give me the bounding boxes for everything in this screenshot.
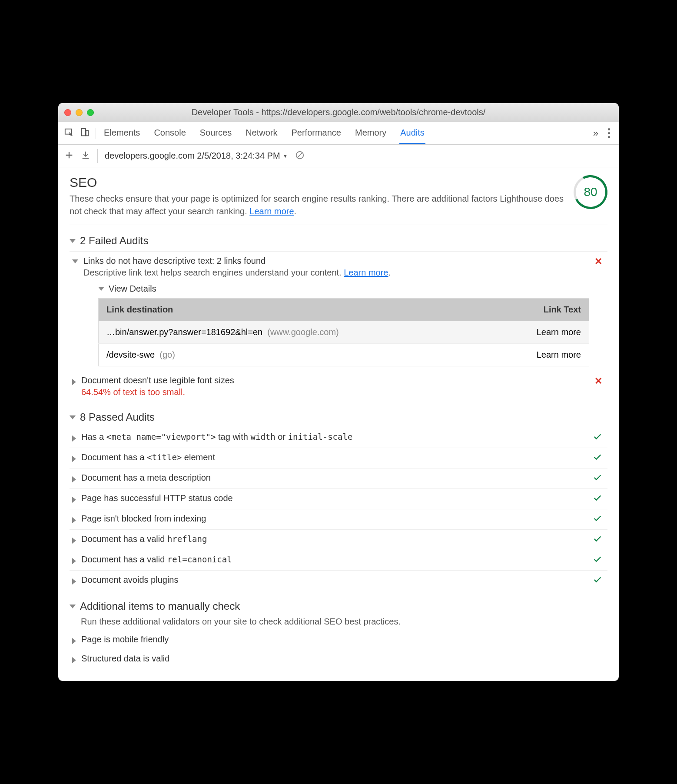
audit-title: Structured data is valid [81, 654, 605, 664]
tab-performance[interactable]: Performance [291, 123, 342, 144]
links-table: Link destination Link Text …bin/answer.p… [98, 298, 589, 366]
download-report-icon[interactable] [81, 150, 90, 162]
audit-title: Links do not have descriptive text: 2 li… [83, 256, 589, 266]
manual-checks-desc: Run these additional validators on your … [81, 617, 607, 627]
tab-elements[interactable]: Elements [103, 123, 141, 144]
pass-check-icon [593, 452, 605, 464]
audit-row[interactable]: Page has successful HTTP status code [70, 488, 607, 509]
pass-check-icon [593, 493, 605, 505]
audit-title: Document has a meta description [81, 473, 587, 483]
audits-toolbar: developers.google.com 2/5/2018, 3:24:34 … [58, 145, 619, 167]
audit-row[interactable]: Page is mobile friendly [70, 630, 607, 649]
failed-audits-heading: 2 Failed Audits [80, 235, 148, 247]
window-title: Developer Tools - https://developers.goo… [58, 107, 619, 117]
chevron-right-icon [72, 379, 76, 385]
devtools-tabbar: Elements Console Sources Network Perform… [58, 122, 619, 145]
seo-learn-more-link[interactable]: Learn more [249, 206, 294, 216]
audit-row[interactable]: Has a <meta name="viewport"> tag with wi… [70, 428, 607, 448]
tabs-overflow-button[interactable]: » [589, 128, 603, 139]
audit-title: Document has a valid rel=canonical [81, 555, 587, 565]
col-link-destination: Link destination [99, 299, 493, 321]
audit-title: Page is mobile friendly [81, 635, 605, 644]
audit-subtext: Descriptive link text helps search engin… [83, 268, 589, 278]
audit-row[interactable]: Document has a valid rel=canonical [70, 550, 607, 570]
window-titlebar: Developer Tools - https://developers.goo… [58, 103, 619, 122]
audit-row[interactable]: Structured data is valid [70, 649, 607, 668]
toolbar-divider [97, 149, 98, 163]
audit-row[interactable]: Links do not have descriptive text: 2 li… [70, 251, 607, 371]
chevron-down-icon: ▼ [283, 153, 288, 159]
manual-checks-toggle[interactable]: Additional items to manually check [70, 600, 607, 612]
svg-rect-1 [82, 128, 86, 136]
seo-score-value: 80 [584, 185, 597, 199]
audit-warning: 64.54% of text is too small. [81, 387, 589, 397]
audit-title: Has a <meta name="viewport"> tag with wi… [81, 432, 587, 442]
audit-row[interactable]: Document doesn't use legible font sizes … [70, 371, 607, 402]
chevron-right-icon [72, 558, 76, 564]
report-label: developers.google.com 2/5/2018, 3:24:34 … [105, 151, 280, 161]
audit-row[interactable]: Document has a <title> element [70, 448, 607, 468]
chevron-down-icon [70, 605, 76, 608]
tab-network[interactable]: Network [245, 123, 278, 144]
audit-title: Page isn't blocked from indexing [81, 514, 587, 524]
table-row: …bin/answer.py?answer=181692&hl=en (www.… [99, 321, 589, 344]
seo-header: SEO These checks ensure that your page i… [70, 175, 607, 225]
new-audit-icon[interactable] [64, 150, 74, 162]
audit-row[interactable]: Document has a valid hreflang [70, 529, 607, 550]
chevron-down-icon [70, 415, 76, 419]
chevron-right-icon [72, 456, 76, 462]
chevron-right-icon [72, 517, 76, 523]
chevron-right-icon [72, 578, 76, 585]
manual-checks-heading: Additional items to manually check [80, 600, 240, 612]
passed-audits-toggle[interactable]: 8 Passed Audits [70, 411, 607, 423]
seo-score-gauge: 80 [574, 175, 607, 209]
devtools-window: Developer Tools - https://developers.goo… [58, 103, 619, 681]
view-details-toggle[interactable]: View Details [98, 284, 589, 294]
pass-check-icon [593, 555, 605, 566]
chevron-right-icon [72, 435, 76, 442]
panel-tabs: Elements Console Sources Network Perform… [103, 123, 586, 144]
chevron-down-icon [70, 239, 76, 243]
chevron-down-icon [98, 287, 104, 291]
audit-title: Document has a valid hreflang [81, 534, 587, 544]
chevron-down-icon [72, 259, 78, 263]
pass-check-icon [593, 575, 605, 586]
tab-console[interactable]: Console [153, 123, 186, 144]
audit-title: Document has a <title> element [81, 452, 587, 462]
chevron-right-icon [72, 497, 76, 503]
passed-audits-heading: 8 Passed Audits [80, 411, 155, 423]
tab-memory[interactable]: Memory [354, 123, 387, 144]
fail-x-icon: ✕ [594, 375, 605, 387]
audit-title: Document doesn't use legible font sizes [81, 375, 589, 385]
category-heading: SEO [70, 175, 565, 190]
audit-title: Page has successful HTTP status code [81, 493, 587, 503]
col-link-text: Link Text [493, 299, 589, 321]
svg-rect-2 [86, 130, 89, 136]
pass-check-icon [593, 473, 605, 484]
fail-x-icon: ✕ [594, 256, 605, 267]
tab-audits[interactable]: Audits [399, 123, 425, 144]
chevron-right-icon [72, 538, 76, 544]
report-selector[interactable]: developers.google.com 2/5/2018, 3:24:34 … [105, 151, 288, 161]
inspect-element-icon[interactable] [64, 128, 74, 139]
pass-check-icon [593, 432, 605, 443]
category-description: These checks ensure that your page is op… [70, 193, 565, 218]
pass-check-icon [593, 534, 605, 545]
table-row: /devsite-swe (go) Learn more [99, 344, 589, 366]
audit-row[interactable]: Document has a meta description [70, 468, 607, 488]
audit-row[interactable]: Document avoids plugins [70, 570, 607, 591]
audit-row[interactable]: Page isn't blocked from indexing [70, 509, 607, 529]
svg-rect-0 [65, 129, 72, 134]
audit-learn-more-link[interactable]: Learn more [344, 268, 388, 277]
settings-menu-button[interactable] [605, 128, 613, 138]
audit-title: Document avoids plugins [81, 575, 587, 585]
toggle-device-icon[interactable] [80, 128, 90, 139]
tab-sources[interactable]: Sources [199, 123, 232, 144]
audit-content: SEO These checks ensure that your page i… [58, 167, 619, 681]
failed-audits-toggle[interactable]: 2 Failed Audits [70, 235, 607, 247]
chevron-right-icon [72, 657, 76, 663]
clear-icon[interactable] [295, 150, 305, 162]
pass-check-icon [593, 514, 605, 525]
chevron-right-icon [72, 476, 76, 482]
chevron-right-icon [72, 638, 76, 644]
